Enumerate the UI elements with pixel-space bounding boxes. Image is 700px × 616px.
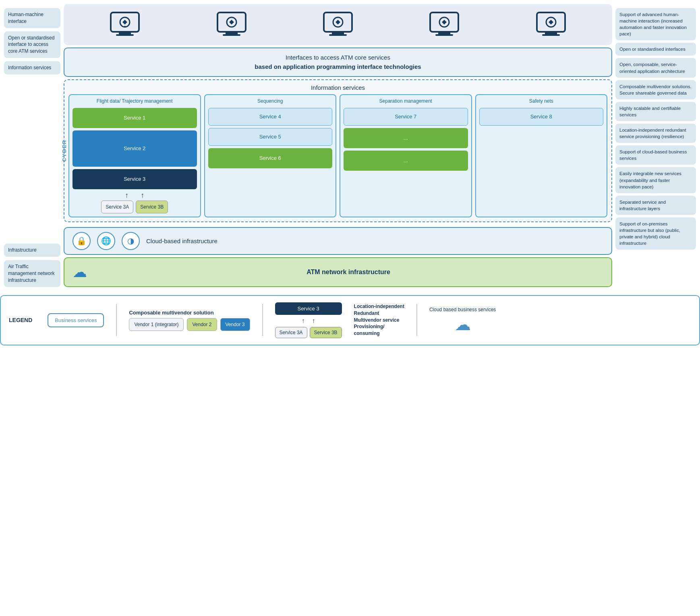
hmi-icon-5 [535,10,567,39]
legend-vendor-1: Vendor 1 (integrator) [129,318,184,331]
legend-location: Service 3 ↑ ↑ Service 3A Service 3B [275,302,342,338]
legend-service-3: Service 3 [275,302,342,315]
col-sequencing: Sequencing Service 4 Service 5 Service 6 [204,94,337,217]
legend-title: LEGEND [9,317,32,323]
api-subtitle: based on application programming interfa… [72,62,603,72]
api-interfaces-row: Interfaces to access ATM core services b… [64,48,612,77]
service-2-box: Service 2 [72,130,197,167]
svg-point-4 [124,26,126,27]
right-sidebar-item-7: Support of cloud-based business services [615,145,696,165]
svg-rect-7 [223,34,240,36]
legend-business-services: Business services [48,313,104,327]
right-sidebar-item-3: Open, composable, service-oriented appli… [615,58,696,77]
api-title: Interfaces to access ATM core services [72,53,603,62]
center-content: Interfaces to access ATM core services b… [64,4,612,287]
right-sidebar-item-8: Easily integrable new services (expandab… [615,167,696,193]
legend-service-3b: Service 3B [310,327,342,338]
right-sidebar: Support of advanced human-machine intera… [615,4,696,287]
service-7-box: Service 7 [344,108,468,126]
legend-vendor-3: Vendor 3 [220,318,250,331]
legend-cloud-text: Cloud based business services [429,306,496,313]
service-1-box: Service 1 [72,108,197,128]
sidebar-item-info-services: Information services [4,61,60,74]
right-sidebar-item-4: Composable multivendor solutions. Secure… [615,80,696,99]
right-sidebar-item-2: Open or standardised interfaces [615,43,696,56]
right-sidebar-item-9: Separated service and infrastructure lay… [615,196,696,215]
globe-icon: 🌐 [97,232,115,250]
right-sidebar-item-1: Support of advanced human-machine intera… [615,8,696,40]
legend-section: LEGEND Business services Composable mult… [0,295,700,345]
service-4-box: Service 4 [208,108,333,126]
svg-rect-18 [545,32,557,34]
col-sequencing-title: Sequencing [208,98,333,105]
hmi-icon-3 [322,10,354,39]
col-flight-data: Flight data/ Trajectory management Servi… [68,94,201,217]
legend-multivendor: Composable multivendor solution Vendor 1… [129,310,250,331]
legend-sub-row: Service 3A Service 3B [275,327,342,338]
svg-rect-19 [542,34,560,36]
info-services-outer: CYBER Information services Flight data/ … [64,79,612,222]
col-safety-nets-title: Safety nets [479,98,604,105]
service-8-box: Service 8 [479,108,604,126]
hmi-row [64,4,612,45]
svg-rect-14 [438,32,450,34]
hmi-icon-4 [428,10,460,39]
service-columns: Flight data/ Trajectory management Servi… [68,94,607,217]
atm-network-row: ☁ ATM network infrastructure [64,257,612,287]
halfcircle-icon: ◑ [122,232,140,250]
service-3a-box: Service 3A [101,201,133,213]
service-3b-box: Service 3B [136,201,168,213]
svg-rect-2 [116,34,134,36]
info-services-title: Information services [68,84,607,91]
sidebar-item-hmi: Human-machine interface [4,8,60,28]
col-separation: Separation management Service 7 ... ... [340,94,472,217]
cloud-infra-row: 🔒 🌐 ◑ Cloud-based infrastructure [64,227,612,255]
cyber-label: CYBER [61,140,67,162]
svg-rect-1 [119,32,131,34]
monitor-svg-4 [428,10,460,39]
monitor-svg-3 [322,10,354,39]
legend-divider-3 [416,304,417,336]
sidebar-item-open-interface: Open or standardised interface to access… [4,31,60,58]
svg-rect-6 [226,32,238,34]
left-sidebar: Human-machine interface Open or standard… [4,4,60,287]
legend-service-3a: Service 3A [275,327,307,338]
atm-network-label: ATM network infrastructure [93,269,603,276]
cloud-infra-label: Cloud-based infrastructure [146,238,217,244]
svg-rect-11 [329,34,347,36]
right-sidebar-item-6: Location-independent redundant service p… [615,124,696,143]
legend-divider-1 [116,304,117,336]
legend-cloud-section: Cloud based business services ☁ [429,306,496,334]
right-sidebar-item-10: Support of on-premises infrastructure bu… [615,217,696,250]
monitor-svg-5 [535,10,567,39]
main-layout: Human-machine interface Open or standard… [0,0,700,291]
monitor-svg-2 [215,10,248,39]
legend-location-text: Location-independent Redundant Multivend… [354,303,404,337]
svg-rect-15 [435,34,453,36]
sidebar-item-infrastructure: Infrastructure [4,244,60,257]
legend-divider-2 [262,304,263,336]
service-5-box: Service 5 [208,128,333,146]
hmi-icon-1 [109,10,141,39]
service-3-box: Service 3 [72,169,197,189]
service-dots1-box: ... [344,128,468,148]
hmi-icon-2 [215,10,248,39]
col-flight-data-title: Flight data/ Trajectory management [72,98,197,105]
svg-rect-10 [332,32,344,34]
lock-icon: 🔒 [72,232,91,250]
sub-service-row: Service 3A Service 3B [72,201,197,213]
sidebar-item-atm-network: Air Traffic management network infrastru… [4,260,60,287]
legend-vendor-row: Vendor 1 (integrator) Vendor 2 Vendor 3 [129,318,250,331]
monitor-svg-1 [109,10,141,39]
legend-vendor-2: Vendor 2 [187,318,217,331]
col-safety-nets: Safety nets Service 8 [475,94,608,217]
service-3-arrows: ↑ ↑ [72,192,197,199]
service-6-box: Service 6 [208,148,333,168]
legend-multivendor-title: Composable multivendor solution [129,310,250,316]
right-sidebar-item-5: Highly scalable and certifiable services [615,102,696,121]
col-separation-title: Separation management [344,98,468,105]
service-dots2-box: ... [344,151,468,171]
cloud-business-icon: ☁ [455,315,471,334]
